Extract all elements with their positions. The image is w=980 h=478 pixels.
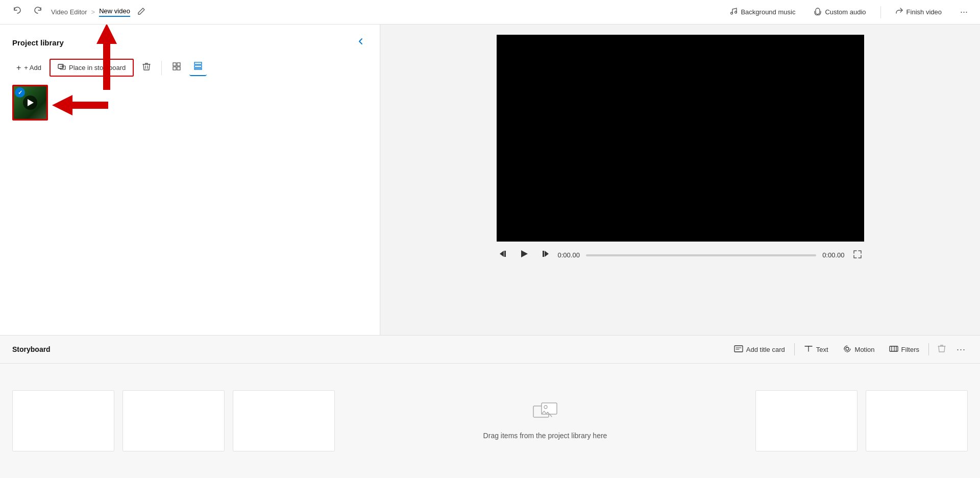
text-label: Text bbox=[816, 346, 828, 353]
svg-rect-31 bbox=[542, 403, 557, 414]
grid-icon bbox=[172, 63, 181, 73]
video-thumbnail[interactable] bbox=[12, 85, 48, 121]
place-storyboard-button[interactable]: Place in storyboard bbox=[50, 59, 134, 77]
toolbar-separator bbox=[880, 6, 881, 18]
svg-rect-6 bbox=[173, 63, 176, 66]
svg-rect-9 bbox=[177, 67, 180, 70]
list-view-button[interactable] bbox=[189, 59, 207, 76]
svg-marker-18 bbox=[545, 251, 549, 257]
svg-marker-13 bbox=[52, 95, 108, 115]
breadcrumb-separator: > bbox=[91, 8, 95, 16]
share-icon bbox=[895, 7, 903, 17]
storyboard-slot-5[interactable] bbox=[866, 390, 968, 451]
redo-icon bbox=[33, 8, 43, 18]
storyboard-panel: Storyboard Add title card bbox=[0, 335, 980, 478]
svg-marker-17 bbox=[521, 250, 528, 257]
skip-back-button[interactable] bbox=[497, 247, 511, 264]
filters-label: Filters bbox=[901, 346, 919, 353]
undo-button[interactable] bbox=[8, 4, 27, 20]
more-icon: ··· bbox=[960, 7, 968, 17]
top-bar-left: Video Editor > New video bbox=[8, 4, 725, 20]
total-time: 0:00.00 bbox=[822, 251, 844, 259]
custom-audio-button[interactable]: Custom audio bbox=[810, 5, 870, 19]
progress-bar[interactable] bbox=[586, 254, 816, 256]
filters-button[interactable]: Filters bbox=[884, 342, 924, 357]
storyboard-slot-1[interactable] bbox=[12, 390, 114, 451]
svg-rect-11 bbox=[194, 65, 202, 67]
play-button[interactable] bbox=[517, 247, 531, 264]
list-icon bbox=[193, 62, 203, 73]
expand-video-button[interactable] bbox=[851, 248, 864, 263]
svg-point-0 bbox=[731, 12, 733, 14]
redo-button[interactable] bbox=[29, 4, 47, 20]
collapse-panel-button[interactable] bbox=[354, 35, 368, 51]
storyboard-more-icon: ··· bbox=[957, 344, 966, 354]
storyboard-slot-4[interactable] bbox=[755, 390, 857, 451]
motion-icon bbox=[843, 344, 852, 355]
trash-icon bbox=[142, 63, 151, 73]
svg-marker-15 bbox=[500, 251, 504, 257]
storyboard-drop-zone: Drag items from the project library here bbox=[343, 402, 747, 440]
svg-rect-16 bbox=[504, 251, 506, 257]
skip-forward-button[interactable] bbox=[537, 247, 552, 264]
breadcrumb-parent[interactable]: Video Editor bbox=[51, 8, 87, 16]
storyboard-title: Storyboard bbox=[12, 345, 721, 353]
filters-icon bbox=[889, 344, 898, 355]
background-music-button[interactable]: Background music bbox=[725, 5, 799, 19]
left-arrow-annotation bbox=[52, 92, 108, 120]
storyboard-separator-1 bbox=[794, 343, 795, 355]
title-card-icon bbox=[734, 344, 743, 355]
add-title-card-label: Add title card bbox=[746, 346, 785, 353]
video-preview-panel: 0:00.00 0:00.00 bbox=[380, 25, 980, 335]
chevron-left-icon bbox=[356, 38, 365, 48]
place-storyboard-icon bbox=[58, 63, 66, 73]
storyboard-actions: Add title card Text bbox=[729, 342, 968, 357]
add-title-card-button[interactable]: Add title card bbox=[729, 342, 790, 357]
pencil-icon bbox=[137, 8, 145, 17]
finish-video-label: Finish video bbox=[906, 8, 942, 16]
text-button[interactable]: Text bbox=[799, 342, 834, 357]
svg-rect-20 bbox=[734, 346, 743, 352]
more-options-button[interactable]: ··· bbox=[956, 5, 972, 19]
storyboard-slot-3[interactable] bbox=[233, 390, 335, 451]
svg-point-25 bbox=[846, 347, 849, 350]
delete-media-button[interactable] bbox=[138, 60, 155, 76]
storyboard-slot-2[interactable] bbox=[122, 390, 225, 451]
motion-label: Motion bbox=[855, 346, 875, 353]
breadcrumb-current: New video bbox=[99, 7, 130, 17]
add-media-button[interactable]: + + Add bbox=[12, 61, 45, 75]
top-bar: Video Editor > New video Background musi… bbox=[0, 0, 980, 25]
storyboard-trash-icon bbox=[937, 346, 946, 354]
finish-video-button[interactable]: Finish video bbox=[891, 5, 946, 19]
text-icon bbox=[804, 344, 813, 355]
drag-drop-icon bbox=[532, 402, 558, 425]
library-toolbar: + + Add Place in storyboard bbox=[0, 59, 380, 85]
storyboard-more-button[interactable]: ··· bbox=[954, 342, 968, 357]
svg-rect-7 bbox=[177, 63, 180, 66]
library-toolbar-separator bbox=[161, 61, 162, 75]
current-time: 0:00.00 bbox=[558, 251, 580, 259]
project-library-panel: Project library + + Add bbox=[0, 25, 380, 335]
delete-storyboard-item-button[interactable] bbox=[933, 342, 950, 357]
custom-audio-label: Custom audio bbox=[825, 8, 866, 16]
video-controls-bar: 0:00.00 0:00.00 bbox=[497, 242, 864, 269]
background-music-label: Background music bbox=[741, 8, 795, 16]
library-header: Project library bbox=[0, 25, 380, 59]
up-arrow-annotation bbox=[94, 25, 119, 92]
video-player bbox=[497, 35, 864, 242]
svg-rect-12 bbox=[194, 68, 202, 69]
play-overlay bbox=[23, 95, 37, 110]
selected-checkmark bbox=[15, 87, 25, 98]
motion-button[interactable]: Motion bbox=[838, 342, 880, 357]
plus-icon: + bbox=[16, 63, 21, 73]
grid-view-button[interactable] bbox=[168, 60, 185, 76]
storyboard-content-area: Drag items from the project library here bbox=[0, 364, 980, 478]
audio-icon bbox=[814, 7, 822, 17]
media-item-wrapper bbox=[12, 85, 48, 121]
edit-title-button[interactable] bbox=[134, 6, 149, 18]
add-label: + Add bbox=[24, 64, 41, 71]
music-icon bbox=[729, 7, 738, 17]
svg-marker-14 bbox=[96, 25, 117, 90]
svg-point-1 bbox=[735, 11, 737, 13]
main-content: Project library + + Add bbox=[0, 25, 980, 335]
